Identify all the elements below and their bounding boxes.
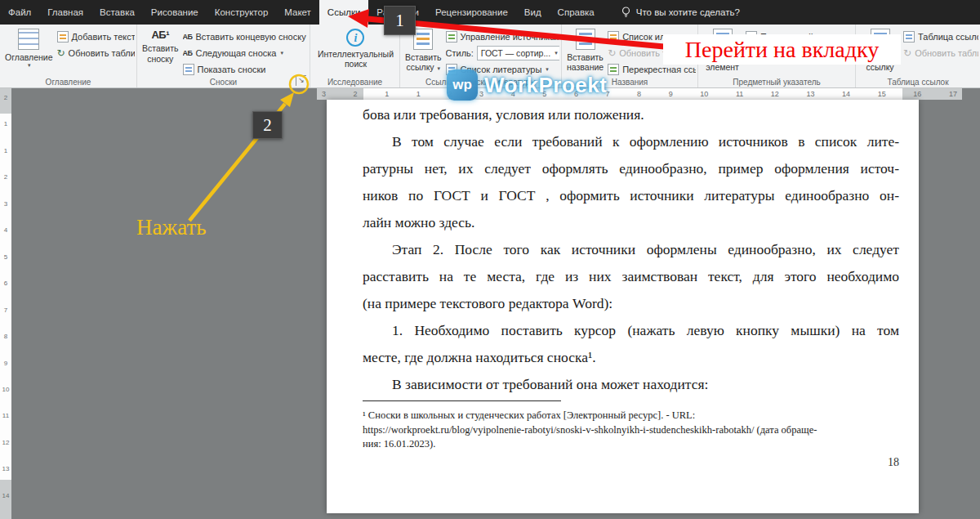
tab-home[interactable]: Главная: [39, 0, 91, 25]
update-toc-button[interactable]: ↻ Обновить таблицу: [57, 45, 135, 60]
group-label-index: Предметный указатель: [698, 78, 855, 87]
add-text-button[interactable]: Добавить текст ▾: [57, 29, 135, 44]
chevron-down-icon: ▾: [438, 65, 441, 71]
ruler-num: 8: [4, 333, 7, 340]
ruler-num: 7: [4, 306, 7, 314]
annotation-step-1-badge: 1: [384, 6, 416, 35]
tab-references[interactable]: Ссылки: [319, 0, 369, 25]
insert-footnote-label-1: Вставить: [142, 43, 179, 53]
vertical-ruler[interactable]: 211234567891011121314: [0, 87, 11, 519]
tab-review[interactable]: Рецензирование: [427, 0, 516, 25]
manage-sources-label: Управление источниками: [461, 32, 559, 42]
ruler-num: 11: [2, 412, 9, 419]
ruler-num: 3: [4, 200, 7, 208]
ruler-num: 12: [2, 439, 10, 446]
style-row: Стиль: ГОСТ — сортир... ▾: [446, 45, 559, 60]
insert-citation-label-1: Вставить: [405, 52, 442, 62]
tab-file[interactable]: Файл: [0, 0, 39, 25]
doc-line: лайн можно здесь.: [363, 209, 899, 236]
insert-caption-icon: [576, 29, 595, 50]
ruler-num: 1: [385, 90, 389, 98]
doc-line: бова или требования, условия или положен…: [363, 101, 899, 128]
insert-toa-button[interactable]: Таблица ссылок: [903, 29, 978, 44]
ruler-numbers-v: 211234567891011121314: [0, 87, 11, 506]
style-combobox[interactable]: ГОСТ — сортир... ▾: [477, 46, 559, 60]
show-notes-icon: [183, 64, 194, 75]
annotation-click-label: Нажать: [136, 215, 207, 240]
endnote-ab-icon: АБ: [183, 33, 193, 41]
insert-endnote-button[interactable]: АБ Вставить концевую сноску: [183, 29, 306, 44]
document-text: бова или требования, условия или положен…: [363, 101, 899, 398]
ruler-num: 14: [2, 492, 10, 499]
ruler-num: 13: [806, 90, 814, 98]
footnote-separator: [363, 400, 561, 401]
insert-caption-label-1: Вставить: [567, 52, 604, 62]
doc-line: (на примере текстового редактора Word):: [363, 290, 899, 317]
doc-line: месте, где должна находиться сноска¹.: [363, 344, 899, 371]
tab-layout[interactable]: Макет: [276, 0, 319, 25]
ruler-num: 10: [2, 386, 10, 393]
lightbulb-icon: [621, 7, 631, 18]
manage-sources-icon: [446, 31, 457, 43]
cross-reference-label: Перекрестная ссылка: [622, 65, 696, 74]
doc-line: ников по ГОСТ и ГОСТ , оформить источник…: [363, 182, 899, 209]
tell-me-box[interactable]: Что вы хотите сделать?: [621, 0, 740, 25]
add-text-label: Добавить текст: [72, 32, 135, 42]
update-toa-label: Обновить таблицу: [915, 48, 978, 58]
toc-button-label: Оглавление: [5, 52, 53, 62]
show-notes-button[interactable]: Показать сноски: [183, 61, 306, 77]
style-value: ГОСТ — сортир...: [481, 48, 550, 58]
figures-list-icon: [608, 31, 619, 43]
ruler-num: 2: [354, 90, 358, 98]
tab-view[interactable]: Вид: [516, 0, 550, 25]
next-footnote-icon: АБ: [183, 49, 193, 57]
refresh-icon: ↻: [608, 47, 616, 59]
toc-icon: [18, 29, 39, 50]
ruler-num: 9: [669, 90, 673, 98]
group-label-toa: Таблица ссылок: [856, 78, 980, 87]
document-page[interactable]: бова или требования, условия или положен…: [327, 100, 919, 513]
toc-button[interactable]: Оглавление ▾: [3, 27, 55, 71]
insert-toa-label: Таблица ссылок: [918, 32, 978, 42]
doc-line: В зависимости от требований она может на…: [363, 371, 899, 398]
show-notes-label: Показать сноски: [198, 65, 266, 74]
insert-caption-button[interactable]: Вставить название: [565, 27, 605, 74]
footnote-line: https://workproekt.ru/blog/vyipolnenie-r…: [363, 423, 892, 438]
tab-insert[interactable]: Вставка: [91, 0, 143, 25]
yellow-arrow-head: [280, 92, 294, 107]
annotation-step-2-badge: 2: [252, 111, 283, 139]
footnote-line: ния: 16.01.2023).: [363, 437, 892, 452]
tab-draw[interactable]: Рисование: [143, 0, 207, 25]
chevron-down-icon: ▾: [555, 50, 558, 56]
smart-lookup-label-1: Интеллектуальный: [318, 49, 394, 59]
group-label-research: Исследование: [310, 78, 399, 87]
ruler-num: 14: [842, 90, 850, 98]
workproekt-logo-text: WorkProekt: [484, 73, 607, 98]
ruler-num: 4: [4, 226, 7, 234]
tell-me-label: Что вы хотите сделать?: [636, 7, 740, 17]
tab-design[interactable]: Конструктор: [207, 0, 277, 25]
insert-citation-icon: [413, 29, 433, 50]
update-toa-button: ↻ Обновить таблицу: [903, 45, 978, 60]
info-icon: i: [346, 29, 364, 47]
insert-footnote-label-2: сноску: [147, 54, 173, 64]
insert-footnote-button[interactable]: АБ¹ Вставить сноску: [140, 27, 180, 65]
ruler-num: 15: [878, 90, 886, 98]
workproekt-logo-icon: wp: [447, 69, 478, 101]
ruler-num: 10: [700, 90, 708, 98]
manage-sources-button[interactable]: Управление источниками: [446, 29, 559, 44]
ruler-num: 6: [4, 280, 7, 287]
tab-help[interactable]: Справка: [550, 0, 603, 25]
group-table-of-contents: Оглавление ▾ Добавить текст ▾ ↻ Обновить…: [0, 25, 137, 87]
horizontal-ruler[interactable]: 3211234567891011121314151617: [317, 88, 962, 100]
update-toc-label: Обновить таблицу: [69, 48, 135, 58]
workproekt-watermark: wp WorkProekt: [447, 69, 607, 101]
smart-lookup-label-2: поиск: [345, 59, 367, 69]
cross-reference-icon: [608, 64, 619, 75]
ruler-numbers: 3211234567891011121314151617: [317, 88, 962, 100]
next-footnote-button[interactable]: АБ Следующая сноска ▾: [183, 45, 306, 60]
add-text-icon: [57, 31, 69, 43]
footnote-line: ¹ Сноски в школьных и студенческих работ…: [363, 409, 892, 423]
insert-toa-icon: [903, 31, 915, 43]
ruler-num: 1: [4, 147, 7, 154]
